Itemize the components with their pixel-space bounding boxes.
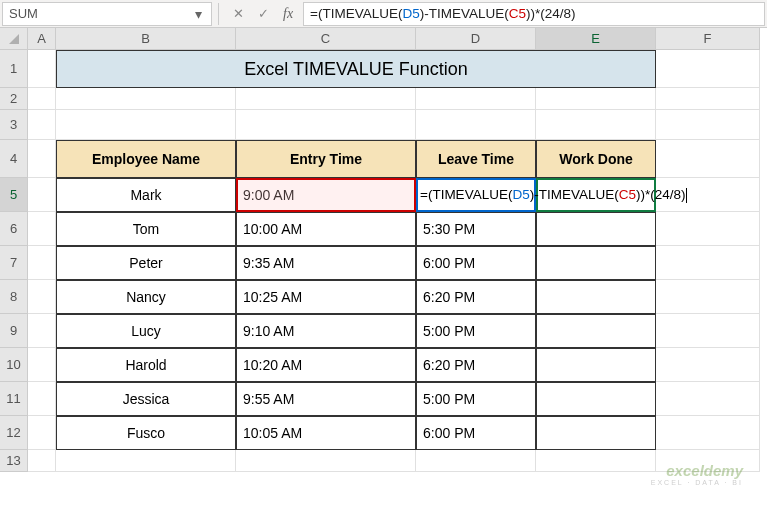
col-header-b[interactable]: B (56, 28, 236, 50)
cell-a11[interactable] (28, 382, 56, 416)
cell-f8[interactable] (656, 280, 760, 314)
header-entry[interactable]: Entry Time (236, 140, 416, 178)
cell-a12[interactable] (28, 416, 56, 450)
cell-e3[interactable] (536, 110, 656, 140)
cell-d3[interactable] (416, 110, 536, 140)
confirm-icon[interactable]: ✓ (258, 6, 269, 21)
cell-e9[interactable] (536, 314, 656, 348)
row-header-10[interactable]: 10 (0, 348, 28, 382)
cell-a3[interactable] (28, 110, 56, 140)
title-cell[interactable]: Excel TIMEVALUE Function (56, 50, 656, 88)
cell-b5[interactable]: Mark (56, 178, 236, 212)
cell-f11[interactable] (656, 382, 760, 416)
cell-a6[interactable] (28, 212, 56, 246)
cell-d12[interactable]: 6:00 PM (416, 416, 536, 450)
cell-b6[interactable]: Tom (56, 212, 236, 246)
cell-a5[interactable] (28, 178, 56, 212)
cell-f1[interactable] (656, 50, 760, 88)
row-header-3[interactable]: 3 (0, 110, 28, 140)
cell-d8[interactable]: 6:20 PM (416, 280, 536, 314)
formula-input[interactable]: =(TIMEVALUE(D5)-TIMEVALUE(C5))*(24/8) (303, 2, 765, 26)
cell-a4[interactable] (28, 140, 56, 178)
cell-c3[interactable] (236, 110, 416, 140)
cell-a1[interactable] (28, 50, 56, 88)
select-all-corner[interactable] (0, 28, 28, 50)
row-header-8[interactable]: 8 (0, 280, 28, 314)
cell-d6[interactable]: 5:30 PM (416, 212, 536, 246)
cell-d9[interactable]: 5:00 PM (416, 314, 536, 348)
cell-c2[interactable] (236, 88, 416, 110)
cell-c6[interactable]: 10:00 AM (236, 212, 416, 246)
cell-c11[interactable]: 9:55 AM (236, 382, 416, 416)
header-work[interactable]: Work Done (536, 140, 656, 178)
header-employee[interactable]: Employee Name (56, 140, 236, 178)
cell-e10[interactable] (536, 348, 656, 382)
cell-e2[interactable] (536, 88, 656, 110)
cell-d7[interactable]: 6:00 PM (416, 246, 536, 280)
cell-a10[interactable] (28, 348, 56, 382)
row-header-2[interactable]: 2 (0, 88, 28, 110)
cell-d2[interactable] (416, 88, 536, 110)
row-header-1[interactable]: 1 (0, 50, 28, 88)
cell-c10[interactable]: 10:20 AM (236, 348, 416, 382)
name-box[interactable]: SUM ▾ (2, 2, 212, 26)
cell-e11[interactable] (536, 382, 656, 416)
cell-b13[interactable] (56, 450, 236, 472)
cell-c8[interactable]: 10:25 AM (236, 280, 416, 314)
row-header-7[interactable]: 7 (0, 246, 28, 280)
cell-f9[interactable] (656, 314, 760, 348)
row-header-11[interactable]: 11 (0, 382, 28, 416)
col-header-c[interactable]: C (236, 28, 416, 50)
cell-b10[interactable]: Harold (56, 348, 236, 382)
cell-e12[interactable] (536, 416, 656, 450)
cell-f2[interactable] (656, 88, 760, 110)
cell-f10[interactable] (656, 348, 760, 382)
spreadsheet-grid: A B C D E F 1 2 3 4 5 6 7 8 9 10 11 12 1… (0, 28, 767, 50)
row-header-13[interactable]: 13 (0, 450, 28, 472)
row-header-6[interactable]: 6 (0, 212, 28, 246)
cell-d13[interactable] (416, 450, 536, 472)
row-header-4[interactable]: 4 (0, 140, 28, 178)
cells-area: Excel TIMEVALUE Function Employee Name E… (28, 50, 760, 472)
col-header-e[interactable]: E (536, 28, 656, 50)
cell-f6[interactable] (656, 212, 760, 246)
col-header-d[interactable]: D (416, 28, 536, 50)
cell-b7[interactable]: Peter (56, 246, 236, 280)
cell-c9[interactable]: 9:10 AM (236, 314, 416, 348)
cell-c12[interactable]: 10:05 AM (236, 416, 416, 450)
row-header-9[interactable]: 9 (0, 314, 28, 348)
cell-f4[interactable] (656, 140, 760, 178)
chevron-down-icon[interactable]: ▾ (191, 6, 205, 22)
row-header-5[interactable]: 5 (0, 178, 28, 212)
cell-d11[interactable]: 5:00 PM (416, 382, 536, 416)
row-header-12[interactable]: 12 (0, 416, 28, 450)
col-header-f[interactable]: F (656, 28, 760, 50)
cell-a2[interactable] (28, 88, 56, 110)
header-leave[interactable]: Leave Time (416, 140, 536, 178)
cell-b2[interactable] (56, 88, 236, 110)
fx-icon[interactable]: fx (283, 6, 293, 22)
cell-e13[interactable] (536, 450, 656, 472)
cell-f12[interactable] (656, 416, 760, 450)
cell-e8[interactable] (536, 280, 656, 314)
cell-c13[interactable] (236, 450, 416, 472)
cell-b3[interactable] (56, 110, 236, 140)
cell-a7[interactable] (28, 246, 56, 280)
cell-c7[interactable]: 9:35 AM (236, 246, 416, 280)
cell-b11[interactable]: Jessica (56, 382, 236, 416)
cell-b12[interactable]: Fusco (56, 416, 236, 450)
cell-b9[interactable]: Lucy (56, 314, 236, 348)
formula-inline-d5: D5 (512, 187, 529, 202)
cell-f7[interactable] (656, 246, 760, 280)
cell-f3[interactable] (656, 110, 760, 140)
cell-e7[interactable] (536, 246, 656, 280)
cell-e6[interactable] (536, 212, 656, 246)
cell-c5[interactable]: 9:00 AM (236, 178, 416, 212)
cell-a9[interactable] (28, 314, 56, 348)
col-header-a[interactable]: A (28, 28, 56, 50)
cancel-icon[interactable]: ✕ (233, 6, 244, 21)
cell-d10[interactable]: 6:20 PM (416, 348, 536, 382)
cell-a13[interactable] (28, 450, 56, 472)
cell-a8[interactable] (28, 280, 56, 314)
cell-b8[interactable]: Nancy (56, 280, 236, 314)
